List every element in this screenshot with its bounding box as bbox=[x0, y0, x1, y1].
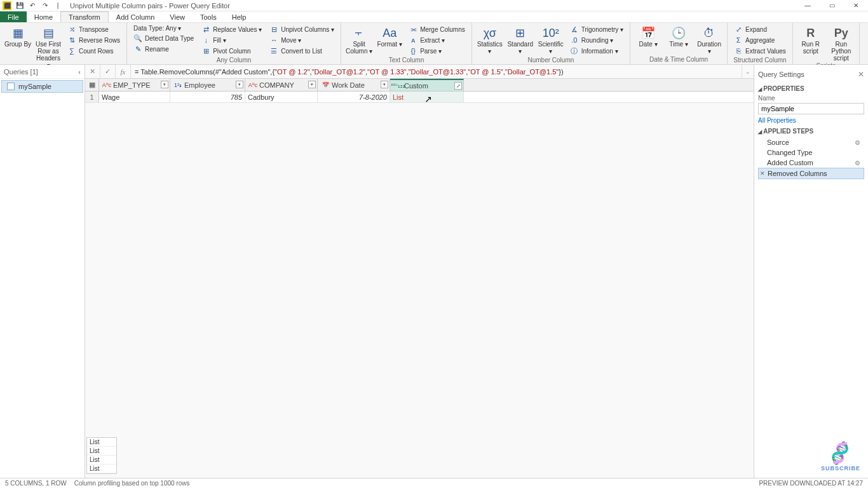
extract-values-icon: ⎘ bbox=[734, 46, 743, 55]
transpose-button[interactable]: ⤭Transpose bbox=[65, 24, 123, 34]
query-item-mysample[interactable]: mySample bbox=[1, 80, 83, 93]
information-button[interactable]: ⓘInformation ▾ bbox=[567, 46, 626, 56]
list-item[interactable]: List bbox=[87, 447, 116, 456]
standard-icon: ⊞ bbox=[512, 25, 529, 41]
column-filter-icon[interactable]: ▾ bbox=[381, 81, 388, 88]
list-icon: ☰ bbox=[269, 46, 278, 55]
date-button[interactable]: 📅Date ▾ bbox=[634, 24, 662, 48]
formula-cancel-button[interactable]: ✕ bbox=[85, 65, 100, 78]
unpivot-icon: ⊟ bbox=[269, 25, 278, 34]
column-header-custom[interactable]: ᴬᴮᶜ₁₂₃Custom⤢ bbox=[390, 79, 464, 91]
run-python-button[interactable]: PyRun Python script bbox=[827, 24, 855, 62]
list-item[interactable]: List bbox=[87, 464, 116, 473]
rounding-button[interactable]: .0Rounding ▾ bbox=[567, 35, 626, 45]
undo-icon[interactable]: ↶ bbox=[28, 1, 37, 10]
tab-file[interactable]: File bbox=[0, 11, 27, 22]
group-by-icon: ▦ bbox=[9, 25, 27, 41]
time-button[interactable]: 🕒Time ▾ bbox=[665, 24, 693, 48]
rename-button[interactable]: ✎Rename bbox=[131, 44, 196, 54]
scientific-button[interactable]: 10²Scientific ▾ bbox=[537, 24, 565, 55]
tab-add-column[interactable]: Add Column bbox=[109, 11, 163, 22]
properties-section-header[interactable]: PROPERTIES bbox=[758, 85, 864, 92]
query-name-input[interactable] bbox=[758, 103, 864, 114]
close-button[interactable]: ✕ bbox=[844, 0, 868, 11]
column-filter-icon[interactable]: ▾ bbox=[236, 81, 243, 88]
list-item[interactable]: List bbox=[87, 456, 116, 464]
queries-collapse-icon[interactable]: ‹ bbox=[78, 68, 81, 76]
count-rows-button[interactable]: ∑Count Rows bbox=[65, 46, 123, 56]
formula-commit-button[interactable]: ✓ bbox=[100, 65, 116, 78]
table-icon: ▦ bbox=[89, 81, 95, 89]
column-header-company[interactable]: AᴮcCOMPANY▾ bbox=[245, 79, 318, 91]
cell-company[interactable]: Cadbury bbox=[245, 92, 318, 102]
aggregate-icon: Σ bbox=[734, 36, 743, 44]
status-columns-rows: 5 COLUMNS, 1 ROW bbox=[5, 480, 67, 487]
cell-work-date[interactable]: 7-8-2020 bbox=[318, 92, 390, 102]
statistics-button[interactable]: χσStatistics ▾ bbox=[476, 24, 504, 55]
trigonometry-button[interactable]: ∡Trigonometry ▾ bbox=[567, 24, 626, 34]
parse-button[interactable]: {}Parse ▾ bbox=[406, 46, 468, 56]
minimize-button[interactable]: — bbox=[796, 0, 820, 11]
close-settings-button[interactable]: ✕ bbox=[858, 70, 864, 79]
ribbon-group-table: ▦Group By ▤Use First Row as Headers ▾ ⤭T… bbox=[0, 23, 127, 64]
replace-values-button[interactable]: ⇄Replace Values ▾ bbox=[199, 24, 264, 34]
format-button[interactable]: AaFormat ▾ bbox=[376, 24, 403, 48]
cell-employee[interactable]: 785 bbox=[170, 92, 245, 102]
fx-icon[interactable]: fx bbox=[116, 65, 131, 78]
row-index-header[interactable]: ▦ bbox=[85, 79, 99, 91]
fill-button[interactable]: ↓Fill ▾ bbox=[199, 35, 264, 45]
column-header-work-date[interactable]: 📅Work Date▾ bbox=[318, 79, 390, 91]
step-removed-columns[interactable]: Removed Columns bbox=[758, 168, 864, 179]
column-header-emp-type[interactable]: AᴮcEMP_TYPE▾ bbox=[99, 79, 170, 91]
expand-button[interactable]: ⤢Expand bbox=[731, 24, 789, 34]
merge-columns-button[interactable]: ⫘Merge Columns bbox=[406, 24, 468, 34]
data-type-button[interactable]: Data Type: Any ▾ bbox=[131, 24, 196, 32]
pivot-column-button[interactable]: ⊞Pivot Column bbox=[199, 46, 264, 56]
name-label: Name bbox=[758, 95, 864, 102]
step-added-custom[interactable]: Added Custom⚙ bbox=[758, 158, 864, 168]
detect-data-type-button[interactable]: 🔍Detect Data Type bbox=[131, 33, 196, 43]
applied-steps-header[interactable]: APPLIED STEPS bbox=[758, 128, 864, 135]
split-column-button[interactable]: ⫟Split Column ▾ bbox=[345, 24, 373, 55]
extract-button[interactable]: ᴀExtract ▾ bbox=[406, 35, 468, 45]
run-r-button[interactable]: RRun R script bbox=[797, 24, 825, 55]
headers-icon: ▤ bbox=[39, 25, 57, 41]
unpivot-columns-button[interactable]: ⊟Unpivot Columns ▾ bbox=[267, 24, 337, 34]
move-button[interactable]: ↔Move ▾ bbox=[267, 35, 337, 45]
tab-view[interactable]: View bbox=[162, 11, 193, 22]
redo-icon[interactable]: ↷ bbox=[41, 1, 50, 10]
step-changed-type[interactable]: Changed Type bbox=[758, 147, 864, 158]
column-expand-icon[interactable]: ⤢ bbox=[454, 82, 462, 90]
reverse-rows-button[interactable]: ⇅Reverse Rows bbox=[65, 35, 123, 45]
convert-to-list-button[interactable]: ☰Convert to List bbox=[267, 46, 337, 56]
save-icon[interactable]: 💾 bbox=[15, 1, 24, 10]
cell-custom[interactable]: List bbox=[390, 92, 464, 102]
tab-home[interactable]: Home bbox=[27, 11, 60, 22]
tab-transform[interactable]: Transform bbox=[60, 11, 109, 22]
gear-icon[interactable]: ⚙ bbox=[855, 159, 860, 166]
table-row[interactable]: 1 Wage 785 Cadbury 7-8-2020 List bbox=[85, 92, 754, 103]
quick-access-toolbar: ⬛ 💾 ↶ ↷ | bbox=[0, 1, 65, 10]
column-filter-icon[interactable]: ▾ bbox=[161, 81, 168, 88]
maximize-button[interactable]: ▭ bbox=[820, 0, 844, 11]
extract-values-button[interactable]: ⎘Extract Values bbox=[731, 46, 789, 56]
column-filter-icon[interactable]: ▾ bbox=[308, 81, 316, 88]
row-index: 1 bbox=[85, 92, 99, 102]
use-first-row-button[interactable]: ▤Use First Row as Headers ▾ bbox=[34, 24, 62, 69]
step-source[interactable]: Source⚙ bbox=[758, 137, 864, 147]
column-header-employee[interactable]: 1²₃Employee▾ bbox=[170, 79, 245, 91]
tab-help[interactable]: Help bbox=[224, 11, 254, 22]
tab-tools[interactable]: Tools bbox=[193, 11, 224, 22]
group-by-button[interactable]: ▦Group By bbox=[4, 24, 32, 48]
formula-expand-button[interactable]: ⌄ bbox=[742, 65, 754, 78]
subscribe-watermark: 🧬 SUBSCRIBE bbox=[821, 443, 860, 471]
standard-button[interactable]: ⊞Standard ▾ bbox=[506, 24, 534, 55]
format-icon: Aa bbox=[381, 25, 398, 41]
formula-input[interactable]: = Table.RemoveColumns(#"Added Custom",{"… bbox=[131, 65, 742, 78]
duration-button[interactable]: ⏱Duration ▾ bbox=[695, 24, 723, 55]
list-item[interactable]: List bbox=[87, 438, 116, 447]
all-properties-link[interactable]: All Properties bbox=[758, 117, 864, 124]
aggregate-button[interactable]: ΣAggregate bbox=[731, 35, 789, 45]
gear-icon[interactable]: ⚙ bbox=[855, 139, 860, 146]
cell-emp-type[interactable]: Wage bbox=[99, 92, 170, 102]
